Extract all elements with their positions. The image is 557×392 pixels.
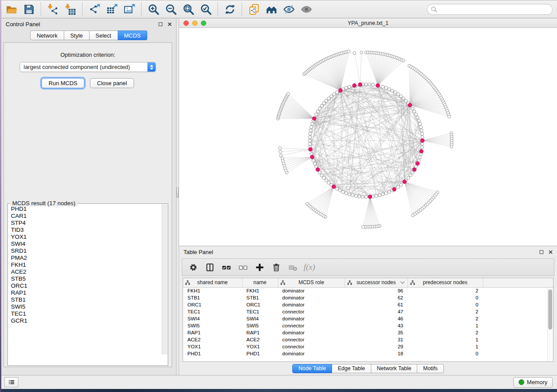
mcds-result-list[interactable]: PHD1CAR1STP4TID3YOX1SWI4SRD1PMA2FKH1ACE2… xyxy=(8,204,162,365)
table-scrollbar-track[interactable] xyxy=(547,288,553,361)
ring-node[interactable] xyxy=(345,192,348,195)
show-columns-button[interactable] xyxy=(202,260,217,274)
tab-edge-table[interactable]: Edge Table xyxy=(332,364,371,373)
mcds-hub-node[interactable] xyxy=(339,89,343,93)
ring-node[interactable] xyxy=(336,91,339,94)
mcds-result-item[interactable]: STB5 xyxy=(11,275,162,282)
mcds-hub-node[interactable] xyxy=(308,148,312,151)
first-neighbors-button[interactable] xyxy=(263,1,280,17)
ring-node[interactable] xyxy=(309,129,312,132)
tab-motifs[interactable]: Motifs xyxy=(417,364,443,373)
ring-node[interactable] xyxy=(421,142,424,145)
mcds-hub-node[interactable] xyxy=(312,117,316,120)
mcds-result-item[interactable]: YOX1 xyxy=(11,234,162,241)
mcds-result-item[interactable]: RAP1 xyxy=(11,289,162,296)
float-panel-icon[interactable] xyxy=(158,21,163,27)
run-mcds-button[interactable]: Run MCDS xyxy=(42,78,84,88)
mcds-result-scrollbar[interactable] xyxy=(162,204,167,354)
mcds-hub-node[interactable] xyxy=(310,155,314,159)
ring-node[interactable] xyxy=(308,139,311,142)
mcds-result-item[interactable]: STB1 xyxy=(11,296,162,303)
zoom-selected-button[interactable] xyxy=(197,1,214,17)
mcds-hub-node[interactable] xyxy=(392,187,396,191)
show-all-button[interactable] xyxy=(298,1,315,17)
mcds-hub-node[interactable] xyxy=(332,185,336,189)
zoom-fit-button[interactable] xyxy=(180,1,197,17)
deselect-all-columns-button[interactable] xyxy=(235,260,250,274)
ring-node[interactable] xyxy=(348,193,351,196)
ring-node[interactable] xyxy=(364,83,367,86)
leaf-node[interactable] xyxy=(402,59,405,62)
mcds-hub-node[interactable] xyxy=(408,103,412,107)
ring-node[interactable] xyxy=(405,99,408,102)
refresh-button[interactable] xyxy=(221,1,239,17)
column-header-mcds-role[interactable]: MCDS role xyxy=(278,278,345,287)
ring-node[interactable] xyxy=(325,179,328,182)
ring-node[interactable] xyxy=(419,156,422,159)
ring-node[interactable] xyxy=(384,86,387,89)
ring-node[interactable] xyxy=(320,174,323,177)
leaf-node[interactable] xyxy=(281,157,284,160)
panel-splitter[interactable] xyxy=(176,18,179,375)
mcds-result-item[interactable]: PHD1 xyxy=(11,206,162,213)
mcds-result-item[interactable]: TID3 xyxy=(11,227,162,234)
table-row[interactable]: RAP1RAP1dominator352 xyxy=(183,329,553,336)
mcds-result-item[interactable]: ACE2 xyxy=(11,268,162,275)
memory-button[interactable]: Memory xyxy=(513,377,553,388)
ring-node[interactable] xyxy=(313,162,316,165)
column-header-predecessor-nodes[interactable]: predecessor nodes xyxy=(408,278,483,287)
task-history-button[interactable] xyxy=(4,377,18,387)
ring-node[interactable] xyxy=(381,85,384,88)
ring-node[interactable] xyxy=(322,102,325,105)
ring-node[interactable] xyxy=(371,83,374,86)
ring-node[interactable] xyxy=(387,190,391,193)
mcds-hub-node[interactable] xyxy=(376,83,380,87)
create-column-button[interactable] xyxy=(252,260,267,274)
ring-node[interactable] xyxy=(411,107,414,110)
ring-node[interactable] xyxy=(394,91,397,94)
import-table-button[interactable] xyxy=(62,1,79,17)
table-row[interactable]: PHD1PHD1dominator180 xyxy=(183,350,553,357)
tab-style[interactable]: Style xyxy=(64,31,90,40)
leaf-node[interactable] xyxy=(450,145,453,148)
ring-node[interactable] xyxy=(310,126,313,129)
export-network-button[interactable] xyxy=(86,1,103,17)
leaf-node[interactable] xyxy=(360,51,363,54)
mcds-hub-node[interactable] xyxy=(358,83,362,86)
ring-node[interactable] xyxy=(397,93,400,96)
import-network-button[interactable] xyxy=(44,1,62,17)
ring-node[interactable] xyxy=(320,104,323,107)
ring-node[interactable] xyxy=(327,97,330,100)
column-header-name[interactable]: name xyxy=(242,278,278,287)
leaf-node[interactable] xyxy=(278,147,281,150)
tab-network-table[interactable]: Network Table xyxy=(371,364,418,373)
table-row[interactable]: ORC1ORC1dominator610 xyxy=(183,301,553,308)
ring-node[interactable] xyxy=(381,193,384,196)
ring-node[interactable] xyxy=(413,110,416,113)
open-session-button[interactable] xyxy=(3,1,20,17)
ring-node[interactable] xyxy=(336,187,339,190)
ring-node[interactable] xyxy=(351,194,354,197)
leaf-node[interactable] xyxy=(362,226,365,229)
splitter-handle[interactable] xyxy=(176,187,179,198)
delete-column-button[interactable] xyxy=(269,260,284,274)
tab-network[interactable]: Network xyxy=(30,31,64,40)
network-graph[interactable] xyxy=(179,28,557,246)
tab-node-table[interactable]: Node Table xyxy=(292,364,332,373)
mcds-hub-node[interactable] xyxy=(421,139,425,143)
ring-node[interactable] xyxy=(348,85,351,88)
leaf-node[interactable] xyxy=(448,115,451,118)
ring-node[interactable] xyxy=(409,174,412,177)
network-canvas[interactable] xyxy=(179,28,557,246)
zoom-in-button[interactable] xyxy=(145,1,162,17)
close-panel-button[interactable]: Close panel xyxy=(90,78,134,88)
mcds-result-item[interactable]: SWI5 xyxy=(11,303,162,310)
ring-node[interactable] xyxy=(308,136,311,139)
ring-node[interactable] xyxy=(387,88,391,91)
table-row[interactable]: FKH1FKH1dominator962 xyxy=(183,287,553,294)
table-row[interactable]: TEC1TEC1connector472 xyxy=(183,308,553,315)
table-row[interactable]: YOX1YOX1connector291 xyxy=(183,343,553,350)
table-row[interactable]: ACE2ACE2connector311 xyxy=(183,336,553,343)
ring-node[interactable] xyxy=(322,176,325,179)
ring-node[interactable] xyxy=(421,136,424,139)
